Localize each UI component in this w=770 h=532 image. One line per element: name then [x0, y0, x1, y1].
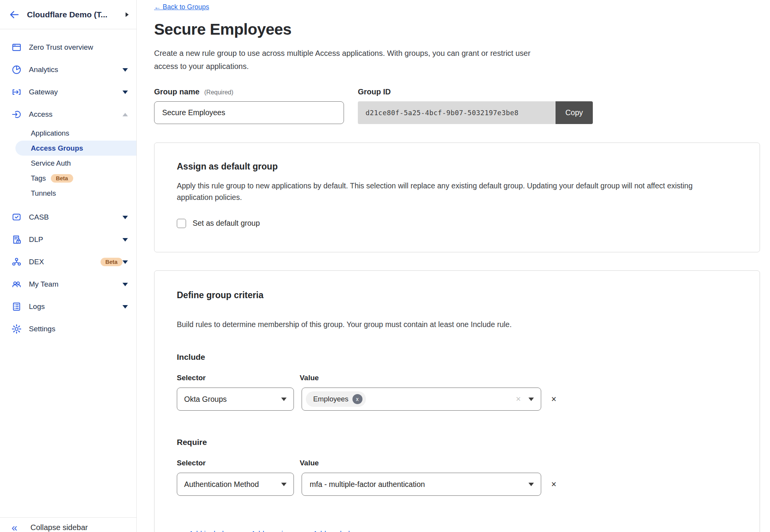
login-icon: [11, 109, 22, 120]
main-content: ← Back to Groups Secure Employees Create…: [137, 0, 770, 532]
sidebar-header: Cloudflare Demo (T...: [0, 0, 136, 29]
require-value-label: Value: [300, 459, 319, 467]
sidebar-item-label: DEX: [29, 258, 96, 266]
remove-include-rule-icon[interactable]: ×: [551, 395, 556, 404]
sidebar-item-access[interactable]: Access: [0, 103, 136, 126]
require-selector-value: Authentication Method: [184, 480, 281, 489]
default-card-title: Assign as default group: [177, 161, 737, 172]
document-lock-icon: [11, 234, 22, 245]
add-include-link[interactable]: + Add include: [183, 530, 228, 532]
employees-chip: Employees x: [306, 391, 366, 407]
group-name-input[interactable]: [154, 101, 344, 124]
name-id-row: Group name (Required) Group ID d21ce80f-…: [154, 87, 770, 124]
group-name-block: Group name (Required): [154, 87, 344, 124]
default-card-body: Apply this rule group to new application…: [177, 180, 724, 203]
add-require-link[interactable]: + Add require: [245, 530, 290, 532]
group-name-required: (Required): [204, 89, 233, 96]
chevron-down-icon[interactable]: [122, 216, 128, 219]
group-id-label: Group ID: [358, 87, 593, 96]
sidebar-item-label: Gateway: [29, 88, 122, 96]
include-heading: Include: [177, 352, 737, 362]
sidebar-item-applications[interactable]: Applications: [0, 126, 136, 141]
chevron-down-icon[interactable]: [122, 305, 128, 309]
require-rule-row: Authentication Method mfa - multiple-fac…: [177, 473, 737, 496]
chevron-down-icon[interactable]: [122, 283, 128, 286]
people-icon: [11, 279, 22, 290]
sidebar-item-label: Zero Trust overview: [29, 43, 128, 52]
include-selector-dropdown[interactable]: Okta Groups: [177, 388, 294, 411]
cluster-icon: [11, 256, 22, 268]
chevron-down-icon[interactable]: [122, 260, 128, 264]
require-heading: Require: [177, 438, 737, 447]
sidebar-item-label: My Team: [29, 280, 122, 289]
double-chevron-left-icon: «: [12, 524, 17, 532]
sidebar-item-tags[interactable]: Tags Beta: [0, 171, 136, 186]
sidebar-item-label: Logs: [29, 302, 122, 311]
require-value: mfa - multiple-factor authentication: [306, 480, 528, 489]
chip-remove-icon[interactable]: x: [352, 394, 362, 404]
require-selector-dropdown[interactable]: Authentication Method: [177, 473, 294, 496]
sidebar-subitem-label: Tunnels: [31, 189, 56, 198]
set-default-checkbox[interactable]: [177, 219, 186, 228]
chevron-down-icon: [528, 483, 534, 486]
group-id-value: d21ce80f-5a25-4bcf-9b07-5032197e3be8: [358, 101, 555, 124]
back-arrow-icon[interactable]: [8, 8, 22, 21]
sidebar-item-settings[interactable]: Settings: [0, 318, 136, 340]
include-rule-row: Okta Groups Employees x × ×: [177, 388, 737, 411]
remove-require-rule-icon[interactable]: ×: [551, 480, 556, 489]
require-value-dropdown[interactable]: mfa - multiple-factor authentication: [302, 473, 541, 496]
sidebar-subitem-label: Access Groups: [31, 144, 83, 153]
gear-icon: [11, 323, 22, 335]
sidebar-item-label: CASB: [29, 213, 122, 222]
collapse-sidebar-button[interactable]: « Collapse sidebar: [0, 517, 136, 532]
sidebar-item-casb[interactable]: CASB: [0, 206, 136, 228]
sidebar: Cloudflare Demo (T... Zero Trust overvie…: [0, 0, 137, 532]
include-value-label: Value: [300, 374, 319, 382]
default-group-card: Assign as default group Apply this rule …: [154, 143, 760, 252]
page-title: Secure Employees: [154, 20, 770, 39]
sidebar-item-label: DLP: [29, 235, 122, 244]
criteria-card: Define group criteria Build rules to det…: [154, 270, 760, 532]
chevron-right-icon[interactable]: [126, 12, 129, 17]
sidebar-item-logs[interactable]: Logs: [0, 295, 136, 318]
sidebar-item-label: Analytics: [29, 65, 122, 74]
page: Cloudflare Demo (T... Zero Trust overvie…: [0, 0, 770, 532]
sidebar-item-my-team[interactable]: My Team: [0, 273, 136, 295]
chevron-down-icon[interactable]: [122, 68, 128, 72]
clear-value-icon[interactable]: ×: [516, 394, 521, 404]
list-document-icon: [11, 301, 22, 312]
sidebar-subitem-label: Service Auth: [31, 159, 71, 168]
add-rule-links: + Add include + Add require + Add exclud…: [183, 530, 737, 532]
beta-badge: Beta: [101, 258, 122, 266]
sidebar-item-gateway[interactable]: Gateway: [0, 81, 136, 103]
sidebar-item-dex[interactable]: DEX Beta: [0, 251, 136, 273]
add-exclude-link[interactable]: + Add exclude: [307, 530, 354, 532]
group-id-block: Group ID d21ce80f-5a25-4bcf-9b07-5032197…: [358, 87, 593, 124]
require-selector-label: Selector: [177, 459, 206, 467]
chevron-down-icon: [281, 398, 287, 401]
sidebar-item-service-auth[interactable]: Service Auth: [0, 156, 136, 171]
page-description: Create a new rule group to use across mu…: [154, 47, 532, 73]
include-value-multiselect[interactable]: Employees x ×: [302, 388, 541, 411]
chevron-down-icon[interactable]: [122, 91, 128, 94]
sidebar-item-access-groups[interactable]: Access Groups: [15, 141, 136, 156]
include-selector-value: Okta Groups: [184, 395, 281, 404]
criteria-card-body: Build rules to determine membership of t…: [177, 319, 724, 330]
pie-chart-icon: [11, 64, 22, 76]
casb-icon: [11, 211, 22, 223]
chevron-up-icon[interactable]: [122, 113, 128, 116]
sidebar-item-zero-trust-overview[interactable]: Zero Trust overview: [0, 36, 136, 59]
gateway-icon: [11, 86, 22, 98]
sidebar-nav: Zero Trust overview Analytics Gateway: [0, 29, 136, 517]
chevron-down-icon: [528, 398, 534, 401]
account-name[interactable]: Cloudflare Demo (T...: [27, 10, 122, 19]
criteria-card-title: Define group criteria: [177, 290, 737, 300]
back-to-groups-link[interactable]: ← Back to Groups: [154, 3, 209, 11]
sidebar-item-tunnels[interactable]: Tunnels: [0, 186, 136, 201]
sidebar-item-analytics[interactable]: Analytics: [0, 59, 136, 81]
include-selector-label: Selector: [177, 374, 206, 382]
copy-button[interactable]: Copy: [555, 101, 593, 124]
chevron-down-icon[interactable]: [122, 238, 128, 242]
chevron-down-icon: [281, 483, 287, 486]
sidebar-item-dlp[interactable]: DLP: [0, 228, 136, 251]
